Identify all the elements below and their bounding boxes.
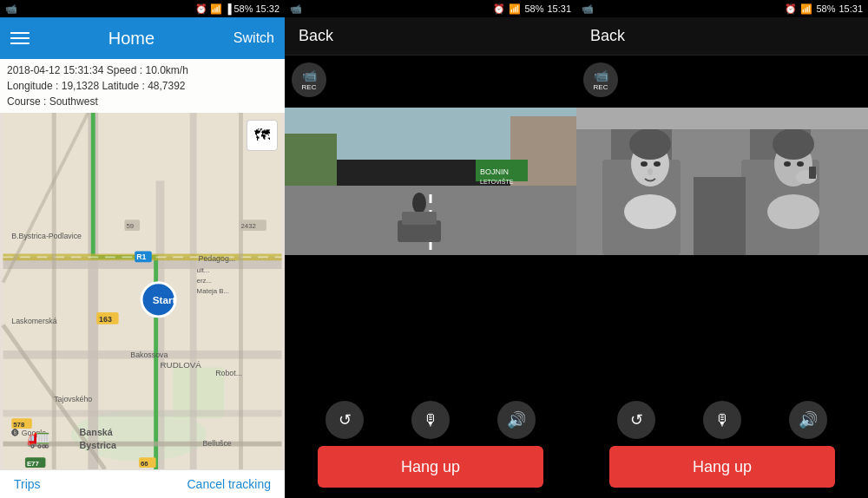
rotate-button-p3[interactable]: ↺ xyxy=(617,401,655,439)
camera-icon-p3: 📹 xyxy=(582,3,594,15)
svg-text:🚛: 🚛 xyxy=(27,427,50,449)
alarm-icon: ⏰ xyxy=(195,3,207,15)
status-bar-left: 📹 xyxy=(5,3,17,15)
svg-rect-79 xyxy=(576,108,868,129)
wifi-p2: 📶 xyxy=(509,3,521,15)
speaker-icon-p3: 🔊 xyxy=(799,410,818,429)
info-line2: Longitude : 19,1328 Latitude : 48,7392 xyxy=(7,78,278,94)
mic-icon-p3: 🎙 xyxy=(714,411,730,429)
svg-text:R1: R1 xyxy=(136,252,146,261)
svg-text:Banská: Banská xyxy=(80,427,113,437)
time-p2: 15:31 xyxy=(547,3,571,14)
svg-point-55 xyxy=(412,193,426,213)
panel-map: 📹 ⏰ 📶 ▐ 58% 15:32 Home Switch 2018-04-12… xyxy=(0,0,285,498)
status-bar-p3: 📹 ⏰ 📶 58% 15:31 xyxy=(576,0,868,17)
hang-up-button-p2[interactable]: Hang up xyxy=(318,446,543,488)
video-top-bar-p3: Back xyxy=(576,17,868,56)
menu-line3 xyxy=(10,43,30,44)
alarm-p3: ⏰ xyxy=(785,3,797,15)
rotate-button-p2[interactable]: ↺ xyxy=(326,401,364,439)
switch-button[interactable]: Switch xyxy=(233,30,274,46)
svg-point-73 xyxy=(784,161,791,167)
map-overlay-badge[interactable]: 🗺 xyxy=(247,120,278,151)
menu-line2 xyxy=(10,37,30,39)
svg-text:2432: 2432 xyxy=(241,222,256,230)
status-right-p2: ⏰ 📶 58% 15:31 xyxy=(493,3,571,15)
mic-button-p2[interactable]: 🎙 xyxy=(411,401,450,439)
back-button-p3[interactable]: Back xyxy=(590,27,625,45)
svg-text:59: 59 xyxy=(126,222,134,230)
menu-button[interactable] xyxy=(10,32,30,44)
speaker-icon-p2: 🔊 xyxy=(507,410,526,429)
info-line3: Course : Southwest xyxy=(7,94,278,109)
cancel-tracking-link[interactable]: Cancel tracking xyxy=(187,477,272,491)
svg-text:Robot...: Robot... xyxy=(215,369,242,377)
menu-line1 xyxy=(10,32,30,34)
svg-rect-58 xyxy=(402,212,437,225)
svg-text:163: 163 xyxy=(99,315,112,324)
svg-text:erz...: erz... xyxy=(197,277,212,285)
rec-label-p2: REC xyxy=(302,83,317,91)
video-black-bottom-p3 xyxy=(576,255,868,394)
svg-text:Laskomerská: Laskomerská xyxy=(11,317,56,325)
status-bar-p2: 📹 ⏰ 📶 58% 15:31 xyxy=(285,0,576,17)
svg-rect-78 xyxy=(694,177,746,255)
video-controls-p2: ↺ 🎙 🔊 xyxy=(285,394,576,446)
svg-text:RUDLOVÁ: RUDLOVÁ xyxy=(161,360,202,370)
video-feed-interior xyxy=(576,108,868,255)
camera-icon-p2: 📹 xyxy=(290,3,302,15)
map-mode-icon: 🗺 xyxy=(254,127,270,145)
info-bar: 2018-04-12 15:31:34 Speed : 10.0km/h Lon… xyxy=(0,59,285,113)
svg-text:Mateja B...: Mateja B... xyxy=(197,287,229,295)
video-black-bottom-p2 xyxy=(285,255,576,394)
rotate-icon-p3: ↺ xyxy=(630,410,643,429)
battery-p3: 58% xyxy=(816,3,835,14)
rotate-icon-p2: ↺ xyxy=(339,410,352,429)
speaker-button-p3[interactable]: 🔊 xyxy=(789,401,827,439)
back-button-p2[interactable]: Back xyxy=(299,27,333,45)
status-right-p3: ⏰ 📶 58% 15:31 xyxy=(785,3,863,15)
time-display: 15:32 xyxy=(255,3,279,14)
svg-text:66: 66 xyxy=(141,460,148,468)
info-line1: 2018-04-12 15:31:34 Speed : 10.0km/h xyxy=(7,62,278,78)
video-black-top-p2: 📹 REC xyxy=(285,56,576,108)
status-bar-right: ⏰ 📶 ▐ 58% 15:32 xyxy=(195,3,279,15)
svg-point-68 xyxy=(654,161,661,167)
svg-text:Bystrica: Bystrica xyxy=(80,440,117,450)
wifi-p3: 📶 xyxy=(800,3,812,15)
mic-icon-p2: 🎙 xyxy=(423,411,438,429)
svg-point-66 xyxy=(629,128,671,160)
svg-text:B.Bystrica-Podlavice: B.Bystrica-Podlavice xyxy=(11,232,82,240)
svg-point-70 xyxy=(624,194,676,229)
svg-text:Start: Start xyxy=(153,294,176,305)
svg-text:Bakossova: Bakossova xyxy=(130,351,168,359)
rec-label-p3: REC xyxy=(594,83,608,91)
svg-point-74 xyxy=(797,161,804,167)
battery-icon: 58% xyxy=(233,3,253,14)
bottom-bar: Trips Cancel tracking xyxy=(0,469,285,498)
app-title: Home xyxy=(108,29,155,49)
svg-text:578: 578 xyxy=(13,421,25,429)
rec-button-p3[interactable]: 📹 REC xyxy=(583,62,618,97)
video-top-bar-p2: Back xyxy=(285,17,576,56)
rec-button-p2[interactable]: 📹 REC xyxy=(292,62,326,97)
svg-rect-76 xyxy=(809,167,816,179)
svg-text:ult...: ult... xyxy=(197,266,210,274)
mic-button-p3[interactable]: 🎙 xyxy=(703,401,741,439)
trips-link[interactable]: Trips xyxy=(14,477,41,491)
svg-text:BOJNIN: BOJNIN xyxy=(480,167,509,176)
video-black-top-p3: 📹 REC xyxy=(576,56,868,108)
svg-text:LETOVIŠTE: LETOVIŠTE xyxy=(480,178,514,185)
camera-icon-rec-p3: 📹 xyxy=(594,69,608,82)
hang-up-button-p3[interactable]: Hang up xyxy=(609,446,835,488)
battery-p2: 58% xyxy=(524,3,543,14)
svg-point-67 xyxy=(641,161,648,167)
video-controls-p3: ↺ 🎙 🔊 xyxy=(576,394,868,446)
svg-text:Tajovského: Tajovského xyxy=(54,395,92,403)
map-area[interactable]: B.Bystrica-Podlavice Laskomerská Banská … xyxy=(0,113,285,469)
svg-point-77 xyxy=(767,194,819,229)
svg-point-69 xyxy=(648,168,653,175)
video-feed-road: BOJNIN LETOVIŠTE xyxy=(285,108,576,255)
speaker-button-p2[interactable]: 🔊 xyxy=(497,401,536,439)
signal-icon: ▐ xyxy=(225,3,232,14)
